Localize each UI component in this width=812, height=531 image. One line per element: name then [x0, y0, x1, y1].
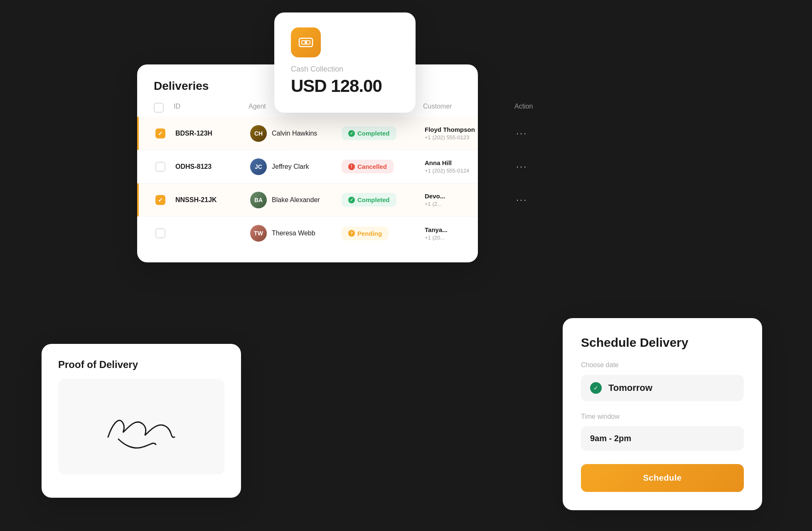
status-badge-4: ? Pending	[342, 227, 389, 240]
signature-svg	[96, 400, 187, 454]
time-option[interactable]: 9am - 2pm	[581, 426, 744, 451]
row-id-1: BDSR-123H	[175, 130, 250, 137]
status-badge-2: ! Cancelled	[342, 160, 394, 173]
status-badge-1: ✓ Completed	[342, 126, 396, 140]
proof-title: Proof of Delivery	[58, 359, 224, 370]
date-text: Tomorrow	[608, 383, 652, 393]
agent-avatar-2: JC	[250, 158, 267, 175]
action-dots-2[interactable]: ···	[516, 161, 558, 172]
agent-name-3: Blake Alexander	[272, 196, 320, 204]
customer-cell-3: Devo... +1 (2...	[425, 193, 516, 207]
cash-icon	[298, 35, 314, 50]
time-window-label: Time window	[581, 413, 744, 420]
customer-cell-1: Floyd Thompson +1 (202) 555-0123	[425, 126, 516, 141]
status-cell-4: ? Pending	[342, 227, 425, 240]
customer-name-3: Devo...	[425, 193, 516, 200]
badge-dot-2: !	[348, 163, 355, 170]
row-checkbox-2[interactable]	[155, 162, 165, 172]
agent-name-2: Jeffrey Clark	[272, 163, 309, 170]
row-checkbox-3[interactable]	[155, 195, 165, 205]
agent-avatar-1: CH	[250, 125, 267, 142]
signature-area	[58, 379, 224, 474]
svg-point-2	[305, 41, 307, 44]
agent-cell-3: BA Blake Alexander	[250, 192, 342, 208]
row-checkbox-4[interactable]	[155, 228, 165, 238]
customer-cell-2: Anna Hill +1 (202) 555-0124	[425, 159, 516, 174]
status-cell-1: ✓ Completed	[342, 126, 425, 140]
row-id-2: ODHS-8123	[175, 163, 250, 170]
cash-collection-card: Cash Collection USD 128.00	[274, 12, 416, 113]
customer-name-1: Floyd Thompson	[425, 126, 516, 133]
agent-name-4: Theresa Webb	[272, 230, 315, 237]
customer-phone-2: +1 (202) 555-0124	[425, 168, 516, 174]
badge-dot-4: ?	[348, 230, 355, 237]
row-id-3: NNSSH-21JK	[175, 196, 250, 204]
proof-of-delivery-card: Proof of Delivery	[42, 344, 241, 498]
cash-label: Cash Collection	[291, 65, 399, 74]
schedule-title: Schedule Delivery	[581, 336, 744, 350]
table-row: BDSR-123H CH Calvin Hawkins ✓ Completed …	[137, 117, 478, 150]
agent-name-1: Calvin Hawkins	[272, 130, 317, 137]
customer-cell-4: Tanya... +1 (20...	[425, 226, 516, 241]
customer-phone-4: +1 (20...	[425, 235, 516, 241]
status-cell-2: ! Cancelled	[342, 160, 425, 173]
header-checkbox[interactable]	[154, 103, 164, 113]
table-row: ODHS-8123 JC Jeffrey Clark ! Cancelled A…	[137, 150, 478, 183]
table-row: TW Theresa Webb ? Pending Tanya... +1 (2…	[137, 217, 478, 250]
col-customer: Customer	[423, 103, 514, 113]
status-badge-3: ✓ Completed	[342, 193, 396, 207]
badge-dot-3: ✓	[348, 197, 355, 203]
time-text: 9am - 2pm	[590, 434, 735, 443]
badge-dot-1: ✓	[348, 130, 355, 137]
agent-cell-2: JC Jeffrey Clark	[250, 158, 342, 175]
agent-cell-4: TW Theresa Webb	[250, 225, 342, 242]
customer-phone-3: +1 (2...	[425, 201, 516, 207]
agent-cell-1: CH Calvin Hawkins	[250, 125, 342, 142]
col-action: Action	[514, 103, 556, 113]
row-checkbox-1[interactable]	[155, 128, 165, 138]
cash-amount: USD 128.00	[291, 76, 399, 96]
table-row: NNSSH-21JK BA Blake Alexander ✓ Complete…	[137, 183, 478, 217]
customer-name-2: Anna Hill	[425, 159, 516, 166]
scene: Cash Collection USD 128.00 Deliveries ID…	[0, 0, 812, 531]
customer-phone-1: +1 (202) 555-0123	[425, 134, 516, 141]
cash-icon-wrap	[291, 27, 321, 57]
col-id: ID	[174, 103, 249, 113]
agent-avatar-3: BA	[250, 192, 267, 208]
action-dots-1[interactable]: ···	[516, 128, 558, 139]
choose-date-label: Choose date	[581, 361, 744, 369]
date-option-tomorrow[interactable]: ✓ Tomorrow	[581, 375, 744, 401]
agent-avatar-4: TW	[250, 225, 267, 242]
col-check	[154, 103, 174, 113]
customer-name-4: Tanya...	[425, 226, 516, 233]
status-cell-3: ✓ Completed	[342, 193, 425, 207]
date-check-icon: ✓	[590, 382, 602, 394]
action-dots-3[interactable]: ···	[516, 195, 558, 205]
schedule-delivery-card: Schedule Delivery Choose date ✓ Tomorrow…	[563, 318, 762, 510]
schedule-button[interactable]: Schedule	[581, 464, 744, 492]
